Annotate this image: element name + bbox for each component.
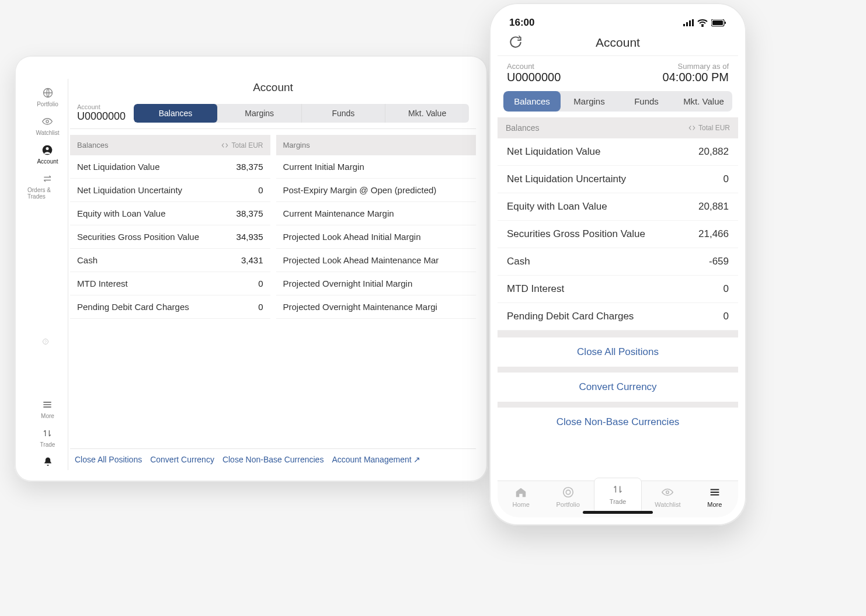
table-row: Projected Overnight Maintenance Margi	[276, 295, 477, 319]
table-row: Securities Gross Position Value21,466	[498, 221, 738, 248]
margins-header: Margins	[276, 135, 477, 155]
phone-tabs: Balances Margins Funds Mkt. Value	[503, 91, 732, 112]
account-id: U0000000	[507, 71, 561, 84]
table-row: Net Liquidation Value38,375	[70, 155, 270, 179]
tablet-tabs: Balances Margins Funds Mkt. Value	[134, 104, 469, 123]
footer-link-acct-mgmt[interactable]: Account Management ↗	[332, 455, 420, 464]
phone-title-text: Account	[596, 36, 640, 49]
row-label: Projected Overnight Initial Margin	[283, 279, 413, 288]
sidebar-item-trade[interactable]: Trade	[40, 427, 55, 448]
tablet-account-row: Account U0000000 Balances Margins Funds …	[70, 100, 476, 129]
row-value: 20,881	[698, 201, 729, 213]
action-close-all-positions[interactable]: Close All Positions	[498, 337, 738, 367]
tabbar-home[interactable]: Home	[498, 481, 544, 517]
total-currency-label: Total EUR	[698, 124, 730, 132]
expand-columns-button[interactable]: Total EUR	[221, 141, 263, 149]
svg-point-12	[563, 488, 573, 497]
sidebar-item-alerts[interactable]	[42, 456, 54, 470]
expand-columns-button[interactable]: Total EUR	[688, 124, 730, 132]
arrows-horizontal-icon	[42, 173, 54, 185]
svg-point-13	[566, 490, 570, 494]
trade-arrows-icon	[41, 427, 53, 439]
sidebar-item-label: Trade	[40, 441, 55, 448]
bell-icon	[42, 456, 54, 468]
tab-mkt-value[interactable]: Mkt. Value	[385, 104, 469, 123]
action-convert-currency[interactable]: Convert Currency	[498, 373, 738, 402]
footer-link-close-all[interactable]: Close All Positions	[75, 455, 142, 464]
sidebar-item-orders[interactable]: Orders & Trades	[27, 173, 68, 200]
sidebar-item-label: Watchlist	[36, 130, 59, 136]
hamburger-icon	[41, 399, 53, 410]
row-label: Current Maintenance Margin	[283, 208, 394, 218]
row-value: 34,935	[237, 232, 263, 242]
phone-rows: Net Liquidation Value20,882Net Liquidati…	[498, 138, 738, 330]
tabbar-trade[interactable]: Trade	[594, 478, 642, 514]
row-value: 3,431	[241, 255, 263, 265]
svg-rect-4	[683, 24, 685, 26]
table-row: Equity with Loan Value38,375	[70, 202, 270, 225]
table-row: Cash3,431	[70, 249, 270, 272]
tab-funds[interactable]: Funds	[302, 104, 386, 123]
action-close-non-base[interactable]: Close Non-Base Currencies	[498, 408, 738, 437]
svg-rect-6	[689, 20, 691, 26]
sidebar-item-account[interactable]: Account	[37, 144, 58, 165]
table-row: Pending Debit Card Charges0	[70, 295, 270, 319]
table-row: Post-Expiry Margin @ Open (predicted)	[276, 179, 477, 202]
account-label: Account	[77, 103, 126, 110]
phone-device: 16:00 Account Account U0000000 Summary a…	[489, 3, 746, 525]
sidebar-item-label: Orders & Trades	[27, 187, 68, 200]
tablet-panels: Balances Total EUR Net Liquidation Value…	[70, 129, 476, 448]
tabbar-label: Trade	[610, 498, 626, 505]
tab-mkt-value[interactable]: Mkt. Value	[675, 91, 732, 112]
tablet-footer: Close All Positions Convert Currency Clo…	[70, 448, 476, 470]
tab-funds[interactable]: Funds	[618, 91, 675, 112]
phone-actions: Close All Positions Convert Currency Clo…	[498, 330, 738, 437]
tablet-screen: Account Account U0000000 Balances Margin…	[70, 66, 476, 470]
phone-page-title: Account	[498, 31, 738, 56]
svg-point-14	[666, 491, 669, 494]
svg-point-3	[46, 147, 49, 150]
sidebar-item-more[interactable]: More	[41, 399, 54, 419]
row-label: Equity with Loan Value	[507, 201, 607, 213]
row-label: Equity with Loan Value	[77, 208, 166, 218]
row-label: Post-Expiry Margin @ Open (predicted)	[283, 185, 437, 195]
tabbar-label: Portfolio	[556, 501, 579, 508]
row-label: Net Liquidation Uncertainty	[507, 173, 626, 185]
sidebar-item-label: Account	[37, 158, 58, 165]
sidebar-item-watchlist[interactable]: Watchlist	[36, 116, 59, 136]
tab-balances[interactable]: Balances	[503, 91, 561, 112]
section-header-label: Balances	[506, 123, 540, 133]
balances-header: Balances Total EUR	[70, 135, 270, 155]
margins-rows: Current Initial MarginPost-Expiry Margin…	[276, 155, 477, 319]
tablet-device: ? 16:00 Ma 1 mrt. Portfolio Watchlist Ac…	[15, 55, 488, 482]
phone-status-bar: 16:00	[498, 11, 738, 31]
tabbar-more[interactable]: More	[691, 481, 738, 517]
svg-point-1	[46, 120, 48, 123]
balances-panel: Balances Total EUR Net Liquidation Value…	[70, 135, 270, 448]
wifi-icon	[697, 19, 708, 27]
svg-rect-11	[725, 22, 726, 24]
svg-point-8	[702, 26, 703, 27]
tab-margins[interactable]: Margins	[561, 91, 618, 112]
summary-label: Summary as of	[663, 62, 729, 71]
table-row: Cash-659	[498, 248, 738, 276]
row-value: 0	[724, 311, 729, 322]
row-label: Net Liquidation Uncertainty	[77, 185, 182, 195]
row-value: 0	[258, 185, 263, 195]
sidebar-item-portfolio[interactable]: Portfolio	[37, 87, 58, 107]
tabbar-label: More	[707, 501, 722, 508]
row-value: -659	[709, 256, 729, 267]
balances-header-label: Balances	[77, 141, 108, 149]
tab-balances[interactable]: Balances	[134, 104, 218, 123]
row-value: 0	[258, 279, 263, 288]
row-value: 20,882	[698, 146, 729, 158]
footer-link-convert[interactable]: Convert Currency	[150, 455, 214, 464]
table-row: Projected Look Ahead Maintenance Mar	[276, 249, 477, 272]
refresh-button[interactable]	[508, 34, 523, 50]
row-value: 38,375	[237, 208, 263, 218]
footer-link-close-nonbase[interactable]: Close Non-Base Currencies	[222, 455, 324, 464]
tab-margins[interactable]: Margins	[218, 104, 302, 123]
row-label: Projected Look Ahead Maintenance Mar	[283, 255, 439, 265]
home-indicator[interactable]	[583, 511, 653, 514]
phone-summary: Account U0000000 Summary as of 04:00:00 …	[498, 56, 738, 91]
